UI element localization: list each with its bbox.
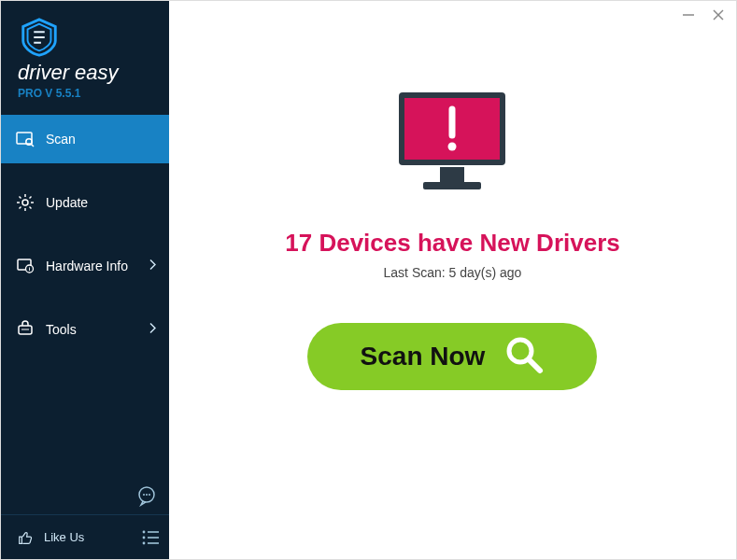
window-controls (680, 7, 727, 23)
svg-point-23 (143, 541, 146, 544)
svg-line-2 (31, 144, 34, 147)
svg-line-10 (20, 207, 21, 209)
svg-rect-33 (423, 182, 481, 189)
svg-point-18 (143, 494, 145, 496)
sidebar-item-hardware-info[interactable]: i Hardware Info (1, 242, 169, 290)
svg-line-11 (30, 197, 32, 199)
chevron-right-icon (149, 259, 156, 273)
sidebar-bottom: Like Us (1, 514, 169, 559)
close-button[interactable] (710, 7, 727, 23)
sidebar: driver easy PRO V 5.5.1 Scan Update i (1, 1, 169, 559)
nav-list: Scan Update i Hardware Info (1, 115, 169, 369)
magnify-icon (503, 334, 545, 379)
like-us-label: Like Us (44, 530, 84, 544)
chevron-right-icon (149, 323, 156, 337)
svg-point-19 (146, 494, 148, 496)
svg-line-8 (20, 197, 21, 199)
svg-point-3 (22, 200, 28, 205)
svg-rect-32 (440, 167, 464, 182)
thumbs-up-icon (16, 528, 35, 547)
svg-point-20 (149, 494, 150, 496)
brand-version: PRO V 5.5.1 (18, 87, 169, 100)
app-window: driver easy PRO V 5.5.1 Scan Update i (0, 0, 737, 560)
sidebar-item-label: Scan (46, 132, 76, 147)
feedback-chat-icon[interactable] (134, 483, 160, 509)
app-logo-block: driver easy PRO V 5.5.1 (1, 1, 169, 109)
sidebar-item-tools[interactable]: Tools (1, 305, 169, 354)
sidebar-item-label: Hardware Info (46, 259, 128, 273)
status-headline: 17 Devices have New Drivers (285, 229, 619, 258)
scan-now-label: Scan Now (361, 342, 486, 371)
sidebar-item-update[interactable]: Update (1, 178, 169, 227)
brand-name: driver easy (18, 61, 169, 85)
sidebar-item-label: Update (46, 195, 88, 210)
hero-area: 17 Devices have New Drivers Last Scan: 5… (285, 85, 619, 390)
minimize-button[interactable] (680, 7, 697, 23)
svg-point-35 (448, 143, 457, 151)
scan-now-button[interactable]: Scan Now (307, 323, 597, 390)
svg-point-21 (143, 530, 146, 533)
menu-list-icon[interactable] (132, 515, 169, 559)
app-logo-icon (18, 16, 61, 59)
last-scan-text: Last Scan: 5 day(s) ago (384, 265, 522, 280)
svg-line-37 (529, 359, 540, 371)
like-us-button[interactable]: Like Us (1, 528, 132, 547)
svg-point-22 (143, 536, 146, 539)
tools-icon (16, 320, 35, 339)
main-panel: 17 Devices have New Drivers Last Scan: 5… (169, 1, 736, 559)
sidebar-item-label: Tools (46, 322, 77, 337)
svg-rect-0 (17, 133, 32, 144)
svg-line-9 (30, 207, 32, 209)
monitor-alert-icon (382, 85, 522, 210)
gear-icon (16, 193, 35, 212)
scan-icon (16, 130, 35, 148)
hardware-info-icon: i (16, 257, 35, 275)
sidebar-item-scan[interactable]: Scan (1, 115, 169, 163)
